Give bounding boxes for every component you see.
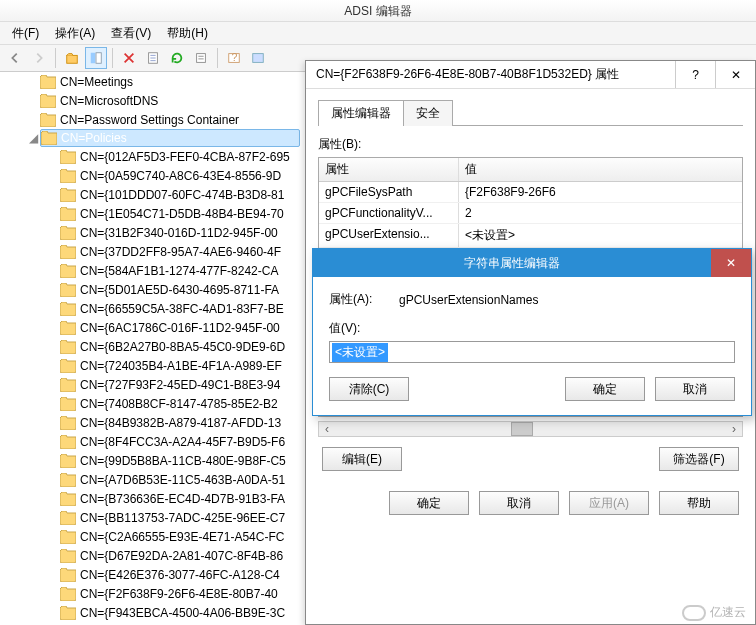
tree-item[interactable]: CN={C2A66555-E93E-4E71-A54C-FC	[40, 527, 300, 546]
menubar: 件(F) 操作(A) 查看(V) 帮助(H)	[0, 22, 756, 44]
tree-item[interactable]: CN=MicrosoftDNS	[40, 91, 300, 110]
tree-item-label: CN=Meetings	[60, 75, 133, 89]
dlg-ok-button[interactable]: 确定	[565, 377, 645, 401]
tree-item-label: CN={F2F638F9-26F6-4E8E-80B7-40	[80, 587, 278, 601]
delete-button[interactable]	[118, 47, 140, 69]
tree-item[interactable]: ◢CN=Policies	[40, 129, 300, 147]
view-button[interactable]	[247, 47, 269, 69]
tree-item[interactable]: CN={E426E376-3077-46FC-A128-C4	[40, 565, 300, 584]
tree-item-label: CN={F943EBCA-4500-4A06-BB9E-3C	[80, 606, 285, 620]
tree-item[interactable]: CN={37DD2FF8-95A7-4AE6-9460-4F	[40, 242, 300, 261]
tree-item-label: CN={C2A66555-E93E-4E71-A54C-FC	[80, 530, 284, 544]
tree-item-label: CN=Password Settings Container	[60, 113, 239, 127]
apply-button[interactable]: 应用(A)	[569, 491, 649, 515]
tree-item[interactable]: CN={6AC1786C-016F-11D2-945F-00	[40, 318, 300, 337]
tab-attribute-editor[interactable]: 属性编辑器	[318, 100, 404, 126]
value-text: <未设置>	[332, 343, 388, 362]
tree-item-label: CN=MicrosoftDNS	[60, 94, 158, 108]
export-button[interactable]	[190, 47, 212, 69]
dlg-cancel-button[interactable]: 取消	[655, 377, 735, 401]
scroll-right-icon[interactable]: ›	[726, 422, 742, 436]
filter-button[interactable]: 筛选器(F)	[659, 447, 739, 471]
svg-rect-4	[197, 54, 206, 63]
h-scrollbar[interactable]: ‹ ›	[318, 421, 743, 437]
table-row[interactable]: gPCUserExtensio...<未设置>	[319, 224, 742, 248]
tree-item[interactable]: CN={1E054C71-D5DB-48B4-BE94-70	[40, 204, 300, 223]
svg-rect-2	[96, 53, 101, 64]
back-button[interactable]	[4, 47, 26, 69]
tree-item[interactable]: CN={D67E92DA-2A81-407C-8F4B-86	[40, 546, 300, 565]
cancel-button[interactable]: 取消	[479, 491, 559, 515]
attributes-label: 属性(B):	[318, 136, 743, 153]
tree-item-label: CN={724035B4-A1BE-4F1A-A989-EF	[80, 359, 282, 373]
show-button[interactable]	[85, 47, 107, 69]
forward-button[interactable]	[28, 47, 50, 69]
tree-item-label: CN={6AC1786C-016F-11D2-945F-00	[80, 321, 280, 335]
table-row[interactable]: gPCFileSysPath {F2F638F9-26F6	[319, 182, 742, 203]
help-dialog-button[interactable]: ?	[675, 61, 715, 88]
tree-item-label: CN={0A59C740-A8C6-43E4-8556-9D	[80, 169, 281, 183]
tree-item-label: CN={D67E92DA-2A81-407C-8F4B-86	[80, 549, 283, 563]
scroll-left-icon[interactable]: ‹	[319, 422, 335, 436]
value-input[interactable]: <未设置>	[329, 341, 735, 363]
col-value[interactable]: 值	[459, 158, 742, 181]
close-dialog-button[interactable]: ✕	[715, 61, 755, 88]
tree-item[interactable]: CN={31B2F340-016D-11D2-945F-00	[40, 223, 300, 242]
properties-button[interactable]	[142, 47, 164, 69]
tree-item-label: CN={5D01AE5D-6430-4695-8711-FA	[80, 283, 279, 297]
tree-item[interactable]: CN={6B2A27B0-8BA5-45C0-9DE9-6D	[40, 337, 300, 356]
ok-button[interactable]: 确定	[389, 491, 469, 515]
tree-item-label: CN={8F4FCC3A-A2A4-45F7-B9D5-F6	[80, 435, 285, 449]
tree-item[interactable]: CN={5D01AE5D-6430-4695-8711-FA	[40, 280, 300, 299]
tree-item[interactable]: CN={66559C5A-38FC-4AD1-83F7-BE	[40, 299, 300, 318]
tree-item[interactable]: CN={8F4FCC3A-A2A4-45F7-B9D5-F6	[40, 432, 300, 451]
tree-item[interactable]: CN={101DDD07-60FC-474B-B3D8-81	[40, 185, 300, 204]
help-button[interactable]: ?	[223, 47, 245, 69]
tree-view[interactable]: CN=MeetingsCN=MicrosoftDNSCN=Password Se…	[0, 72, 300, 625]
tree-item[interactable]: CN={B736636E-EC4D-4D7B-91B3-FA	[40, 489, 300, 508]
clear-button[interactable]: 清除(C)	[329, 377, 409, 401]
tree-item[interactable]: CN={F943EBCA-4500-4A06-BB9E-3C	[40, 603, 300, 622]
tree-item[interactable]: CN={99D5B8BA-11CB-480E-9B8F-C5	[40, 451, 300, 470]
tree-item-label: CN={101DDD07-60FC-474B-B3D8-81	[80, 188, 284, 202]
tree-item[interactable]: CN={A7D6B53E-11C5-463B-A0DA-51	[40, 470, 300, 489]
refresh-button[interactable]	[166, 47, 188, 69]
menu-file[interactable]: 件(F)	[4, 23, 47, 44]
scroll-thumb[interactable]	[511, 422, 533, 436]
tree-item[interactable]: CN={584AF1B1-1274-477F-8242-CA	[40, 261, 300, 280]
help-button[interactable]: 帮助	[659, 491, 739, 515]
attr-label: 属性(A):	[329, 291, 399, 308]
attr-value: gPCUserExtensionNames	[399, 293, 538, 307]
tab-security[interactable]: 安全	[403, 100, 453, 126]
tree-item-label: CN={66559C5A-38FC-4AD1-83F7-BE	[80, 302, 284, 316]
tree-item[interactable]: CN=Password Settings Container	[40, 110, 300, 129]
tree-item[interactable]: CN={84B9382B-A879-4187-AFDD-13	[40, 413, 300, 432]
tree-item-label: CN=Policies	[61, 131, 127, 145]
menu-view[interactable]: 查看(V)	[103, 23, 159, 44]
tree-item[interactable]: CN={727F93F2-45ED-49C1-B8E3-94	[40, 375, 300, 394]
tree-item-label: CN={012AF5D3-FEF0-4CBA-87F2-695	[80, 150, 290, 164]
menu-action[interactable]: 操作(A)	[47, 23, 103, 44]
tree-item-label: CN={A7D6B53E-11C5-463B-A0DA-51	[80, 473, 285, 487]
tree-item[interactable]: CN={724035B4-A1BE-4F1A-A989-EF	[40, 356, 300, 375]
tree-item[interactable]: CN={0A59C740-A8C6-43E4-8556-9D	[40, 166, 300, 185]
watermark: 亿速云	[682, 604, 746, 621]
tree-item[interactable]: CN=Meetings	[40, 72, 300, 91]
tree-item-label: CN={727F93F2-45ED-49C1-B8E3-94	[80, 378, 280, 392]
tab-strip: 属性编辑器 安全	[318, 99, 743, 126]
tree-item[interactable]: CN={012AF5D3-FEF0-4CBA-87F2-695	[40, 147, 300, 166]
tree-item[interactable]: CN={7408B8CF-8147-4785-85E2-B2	[40, 394, 300, 413]
tree-item[interactable]: CN={F2F638F9-26F6-4E8E-80B7-40	[40, 584, 300, 603]
cloud-icon	[682, 605, 706, 621]
tree-item-label: CN={584AF1B1-1274-477F-8242-CA	[80, 264, 278, 278]
svg-text:?: ?	[231, 51, 237, 63]
menu-help[interactable]: 帮助(H)	[159, 23, 216, 44]
close-icon[interactable]: ✕	[711, 249, 751, 277]
edit-button[interactable]: 编辑(E)	[322, 447, 402, 471]
table-row[interactable]: gPCFunctionalityV...2	[319, 203, 742, 224]
col-name[interactable]: 属性	[319, 158, 459, 181]
tree-item[interactable]: CN={BB113753-7ADC-425E-96EE-C7	[40, 508, 300, 527]
up-button[interactable]	[61, 47, 83, 69]
svg-rect-1	[91, 53, 95, 64]
tree-item-label: CN={B736636E-EC4D-4D7B-91B3-FA	[80, 492, 285, 506]
